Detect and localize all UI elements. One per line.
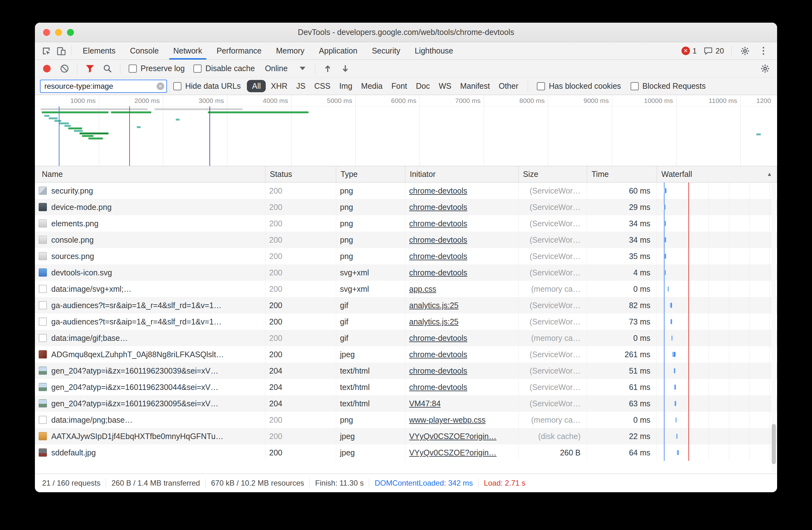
table-row[interactable]: security.png200pngchrome-devtools(Servic…: [35, 183, 777, 199]
initiator-cell: chrome-devtools: [405, 232, 519, 248]
network-settings-button[interactable]: [758, 62, 773, 75]
tab-network[interactable]: Network: [166, 42, 209, 59]
table-row[interactable]: gen_204?atyp=i&zx=1601196230039&sei=xV…2…: [35, 363, 777, 379]
initiator-link[interactable]: www-player-webp.css: [409, 416, 485, 424]
initiator-link[interactable]: analytics.js:25: [409, 301, 459, 310]
throttling-select[interactable]: Online: [260, 64, 309, 73]
filter-pill-font[interactable]: Font: [388, 80, 411, 92]
table-row[interactable]: gen_204?atyp=i&zx=1601196230095&sei=xV…2…: [35, 395, 777, 412]
table-row[interactable]: ga-audiences?t=sr&aip=1&_r=4&slf_rd=1&v=…: [35, 313, 777, 330]
has-blocked-cookies-checkbox[interactable]: Has blocked cookies: [534, 82, 624, 90]
column-header-status[interactable]: Status: [265, 166, 336, 182]
table-row[interactable]: sddefault.jpg200jpegVYyQv0CSZOE?origin…2…: [35, 444, 777, 461]
table-row[interactable]: ga-audiences?t=sr&aip=1&_r=4&slf_rd=1&v=…: [35, 297, 777, 313]
table-row[interactable]: AATXAJywSIpD1jf4EbqHXTfbe0mnyHqGFNTu…200…: [35, 428, 777, 444]
column-header-waterfall[interactable]: Waterfall▲: [657, 166, 777, 182]
filter-pill-ws[interactable]: WS: [435, 80, 455, 92]
table-row[interactable]: data:image/png;base…200pngwww-player-web…: [35, 412, 777, 428]
filter-input[interactable]: [40, 80, 167, 93]
initiator-link[interactable]: chrome-devtools: [409, 383, 467, 392]
initiator-link[interactable]: chrome-devtools: [409, 235, 467, 245]
table-row[interactable]: data:image/svg+xml;…200svg+xmlapp.css(me…: [35, 281, 777, 297]
column-header-type[interactable]: Type: [336, 166, 405, 182]
file-thumbnail-icon: [39, 285, 47, 293]
initiator-link[interactable]: chrome-devtools: [409, 366, 467, 375]
device-toolbar-button[interactable]: [54, 44, 69, 58]
tab-lighthouse[interactable]: Lighthouse: [408, 42, 460, 59]
initiator-link[interactable]: chrome-devtools: [409, 350, 467, 359]
column-header-name[interactable]: Name: [35, 166, 265, 182]
column-header-size[interactable]: Size: [519, 166, 587, 182]
initiator-link[interactable]: chrome-devtools: [409, 334, 467, 343]
search-button[interactable]: [100, 62, 115, 75]
initiator-link[interactable]: chrome-devtools: [409, 219, 467, 228]
console-messages-badge[interactable]: 20: [701, 46, 726, 56]
table-row[interactable]: ADGmqu8qexLZuhphT_0Aj88Ng8riLFKASQlslt…2…: [35, 346, 777, 363]
filter-pill-css[interactable]: CSS: [310, 80, 334, 92]
clear-filter-icon[interactable]: ✕: [157, 82, 164, 90]
minimize-button[interactable]: [55, 29, 62, 36]
import-har-button[interactable]: [320, 62, 335, 75]
inspect-element-button[interactable]: [39, 44, 54, 58]
overview-resource-bar: [64, 125, 71, 127]
filter-toggle-button[interactable]: [83, 62, 98, 75]
more-options-button[interactable]: [756, 44, 771, 58]
initiator-link[interactable]: analytics.js:25: [409, 317, 459, 326]
filter-pill-js[interactable]: JS: [292, 80, 309, 92]
export-har-button[interactable]: [338, 62, 353, 75]
hide-data-urls-checkbox[interactable]: Hide data URLs: [170, 82, 244, 90]
blocked-requests-checkbox[interactable]: Blocked Requests: [627, 82, 709, 90]
record-button[interactable]: [39, 62, 54, 75]
initiator-link[interactable]: app.css: [409, 284, 436, 294]
overview-tick: 6000 ms: [356, 95, 420, 106]
initiator-link[interactable]: VYyQv0CSZOE?origin…: [409, 432, 496, 441]
preserve-log-checkbox[interactable]: Preserve log: [126, 64, 188, 73]
filter-pill-manifest[interactable]: Manifest: [456, 80, 493, 92]
initiator-link[interactable]: chrome-devtools: [409, 252, 467, 261]
clear-button[interactable]: [57, 62, 72, 75]
column-header-time[interactable]: Time: [587, 166, 657, 182]
initiator-link[interactable]: chrome-devtools: [409, 186, 467, 195]
dcl-marker-line: [59, 107, 59, 166]
overview-chart[interactable]: [35, 107, 777, 166]
table-row[interactable]: gen_204?atyp=i&zx=1601196230044&sei=xV…2…: [35, 379, 777, 395]
initiator-link[interactable]: chrome-devtools: [409, 268, 467, 277]
column-header-initiator[interactable]: Initiator: [405, 166, 519, 182]
error-count-badge[interactable]: ✕ 1: [680, 46, 698, 55]
initiator-link[interactable]: VM47:84: [409, 399, 440, 408]
tab-console[interactable]: Console: [122, 42, 166, 59]
filter-pill-all[interactable]: All: [247, 80, 266, 92]
speech-bubble-icon: [704, 46, 713, 56]
table-row[interactable]: elements.png200pngchrome-devtools(Servic…: [35, 215, 777, 232]
table-row[interactable]: sources.png200pngchrome-devtools(Service…: [35, 248, 777, 264]
status-cell: 200: [265, 281, 336, 297]
type-cell: svg+xml: [336, 264, 405, 281]
tab-performance[interactable]: Performance: [209, 42, 269, 59]
filter-pill-media[interactable]: Media: [357, 80, 386, 92]
table-row[interactable]: devtools-icon.svg200svg+xmlchrome-devtoo…: [35, 264, 777, 281]
tab-memory[interactable]: Memory: [269, 42, 311, 59]
scrollbar-thumb[interactable]: [772, 424, 776, 464]
settings-button[interactable]: [738, 44, 753, 58]
filter-pill-xhr[interactable]: XHR: [267, 80, 291, 92]
close-button[interactable]: [43, 29, 50, 36]
initiator-link[interactable]: chrome-devtools: [409, 203, 467, 212]
tab-security[interactable]: Security: [364, 42, 407, 59]
filter-pill-doc[interactable]: Doc: [412, 80, 433, 92]
filter-pill-img[interactable]: Img: [336, 80, 356, 92]
table-row[interactable]: device-mode.png200pngchrome-devtools(Ser…: [35, 199, 777, 215]
initiator-link[interactable]: VYyQv0CSZOE?origin…: [409, 448, 496, 457]
tab-elements[interactable]: Elements: [75, 42, 122, 59]
size-cell: (ServiceWor…: [519, 232, 587, 248]
tab-application[interactable]: Application: [311, 42, 364, 59]
waterfall-cell: [657, 428, 777, 444]
zoom-button[interactable]: [67, 29, 74, 36]
disable-cache-checkbox[interactable]: Disable cache: [190, 64, 258, 73]
waterfall-bar: [670, 319, 672, 324]
table-row[interactable]: console.png200pngchrome-devtools(Service…: [35, 232, 777, 248]
scrollbar-track[interactable]: [771, 183, 776, 473]
event-marker-line: [129, 107, 130, 166]
waterfall-bar: [673, 368, 675, 373]
filter-pill-other[interactable]: Other: [495, 80, 522, 92]
table-row[interactable]: data:image/gif;base…200gifchrome-devtool…: [35, 330, 777, 346]
